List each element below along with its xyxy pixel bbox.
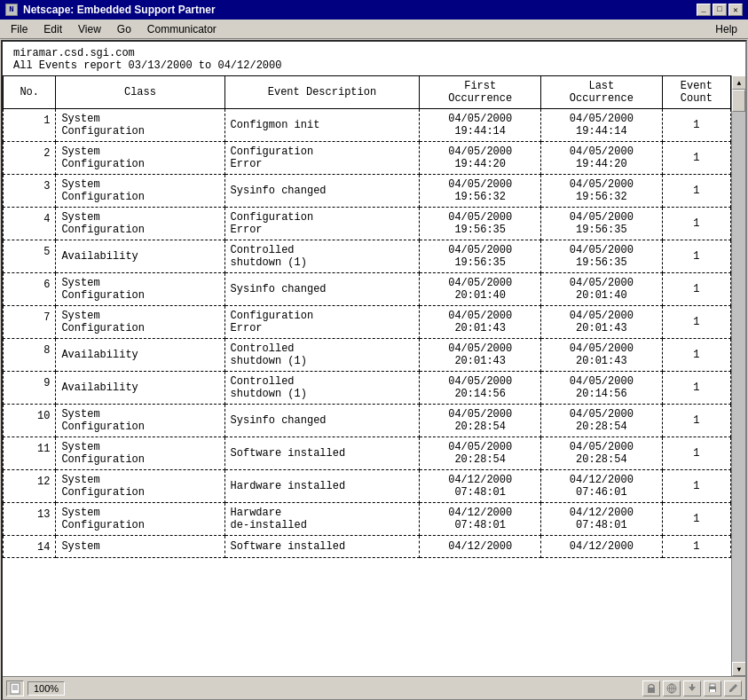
events-table: No. Class Event Description FirstOccurre… (3, 75, 731, 558)
report-header: miramar.csd.sgi.com All Events report 03… (3, 42, 745, 75)
row-first-occurrence: 04/05/2000 20:01:40 (420, 273, 541, 306)
row-event-count: 1 (662, 372, 730, 405)
row-description: Controlled shutdown (1) (224, 372, 420, 405)
row-description: Software installed (224, 437, 420, 470)
row-class: System Configuration (56, 503, 224, 536)
row-last-occurrence: 04/05/2000 19:56:32 (541, 175, 663, 208)
row-class: System Configuration (56, 208, 224, 240)
col-no: No. (4, 76, 56, 109)
row-first-occurrence: 04/05/2000 20:01:43 (420, 339, 541, 372)
menu-items: File Edit View Go Communicator (4, 21, 224, 37)
table-row: 8AvailabilityControlled shutdown (1)04/0… (4, 339, 731, 372)
row-class: System Configuration (56, 109, 224, 142)
row-class: Availability (56, 372, 224, 405)
row-number: 12 (4, 470, 56, 503)
menu-go[interactable]: Go (110, 21, 138, 37)
row-first-occurrence: 04/05/2000 20:14:56 (420, 372, 541, 405)
row-class: System Configuration (56, 470, 224, 503)
row-description: Sysinfo changed (224, 405, 420, 437)
maximize-button[interactable]: □ (713, 4, 727, 16)
row-first-occurrence: 04/12/2000 (420, 536, 541, 558)
edit-icon (727, 682, 739, 695)
table-row: 13System ConfigurationHarwdare de-instal… (4, 503, 731, 536)
row-description: Sysinfo changed (224, 175, 420, 208)
scroll-track[interactable] (732, 90, 745, 662)
row-event-count: 1 (662, 339, 730, 372)
security-icon (642, 680, 660, 696)
row-event-count: 1 (662, 503, 730, 536)
row-class: System Configuration (56, 405, 224, 437)
menu-help[interactable]: Help (708, 21, 744, 37)
row-last-occurrence: 04/05/2000 19:56:35 (541, 240, 663, 273)
row-number: 10 (4, 405, 56, 437)
scroll-up-button[interactable]: ▲ (732, 75, 745, 90)
row-class: System Configuration (56, 273, 224, 306)
row-description: Harwdare de-installed (224, 503, 420, 536)
row-description: Sysinfo changed (224, 273, 420, 306)
scroll-thumb[interactable] (732, 90, 745, 112)
row-last-occurrence: 04/05/2000 20:01:43 (541, 339, 663, 372)
menu-view[interactable]: View (71, 21, 108, 37)
row-event-count: 1 (662, 273, 730, 306)
row-description: Controlled shutdown (1) (224, 339, 420, 372)
lock-icon (645, 682, 657, 695)
row-description: Configuration Error (224, 142, 420, 175)
menu-edit[interactable]: Edit (36, 21, 69, 37)
title-bar: N Netscape: Embedded Support Partner _ □… (0, 0, 748, 20)
table-row: 1System ConfigurationConfigmon init04/05… (4, 109, 731, 142)
table-row: 12System ConfigurationHardware installed… (4, 470, 731, 503)
row-first-occurrence: 04/05/2000 20:28:54 (420, 437, 541, 470)
row-last-occurrence: 04/05/2000 19:44:20 (541, 142, 663, 175)
row-event-count: 1 (662, 405, 730, 437)
status-bar: 100% (3, 676, 745, 699)
download-icon (683, 680, 701, 696)
scroll-down-button[interactable]: ▼ (732, 662, 745, 676)
row-first-occurrence: 04/05/2000 20:28:54 (420, 405, 541, 437)
col-first: FirstOccurrence (420, 76, 541, 109)
table-row: 5AvailabilityControlled shutdown (1)04/0… (4, 240, 731, 273)
row-event-count: 1 (662, 240, 730, 273)
app-icon: N (5, 4, 18, 16)
row-last-occurrence: 04/12/2000 07:48:01 (541, 503, 663, 536)
row-class: Availability (56, 240, 224, 273)
row-first-occurrence: 04/12/2000 07:48:01 (420, 470, 541, 503)
window-title: Netscape: Embedded Support Partner (23, 4, 216, 16)
menu-communicator[interactable]: Communicator (140, 21, 224, 37)
row-first-occurrence: 04/05/2000 19:44:20 (420, 142, 541, 175)
row-number: 9 (4, 372, 56, 405)
row-number: 1 (4, 109, 56, 142)
row-class: System Configuration (56, 142, 224, 175)
svg-rect-13 (710, 689, 715, 692)
row-class: Availability (56, 339, 224, 372)
menu-file[interactable]: File (4, 21, 35, 37)
col-last: LastOccurrence (541, 76, 663, 109)
table-container: No. Class Event Description FirstOccurre… (3, 75, 731, 676)
row-number: 11 (4, 437, 56, 470)
arrow-down-icon (686, 682, 698, 695)
menu-bar: File Edit View Go Communicator Help (0, 20, 748, 39)
row-number: 3 (4, 175, 56, 208)
table-row: 3System ConfigurationSysinfo changed04/0… (4, 175, 731, 208)
col-description: Event Description (224, 76, 420, 109)
row-number: 4 (4, 208, 56, 240)
row-last-occurrence: 04/05/2000 20:01:43 (541, 306, 663, 339)
window-controls: _ □ ✕ (697, 4, 743, 16)
row-number: 13 (4, 503, 56, 536)
row-event-count: 1 (662, 470, 730, 503)
zoom-level[interactable]: 100% (28, 681, 65, 696)
row-last-occurrence: 04/05/2000 20:28:54 (541, 437, 663, 470)
svg-rect-12 (710, 684, 715, 687)
svg-rect-4 (648, 688, 655, 693)
col-class: Class (56, 76, 224, 109)
row-first-occurrence: 04/05/2000 19:56:35 (420, 208, 541, 240)
report-range: All Events report 03/13/2000 to 04/12/20… (13, 59, 735, 72)
row-first-occurrence: 04/05/2000 19:44:14 (420, 109, 541, 142)
pencil-icon (724, 680, 742, 696)
row-description: Configmon init (224, 109, 420, 142)
minimize-button[interactable]: _ (697, 4, 711, 16)
status-right (642, 680, 742, 696)
close-button[interactable]: ✕ (728, 4, 743, 16)
vertical-scrollbar[interactable]: ▲ ▼ (731, 75, 745, 676)
row-last-occurrence: 04/05/2000 20:28:54 (541, 405, 663, 437)
row-number: 8 (4, 339, 56, 372)
